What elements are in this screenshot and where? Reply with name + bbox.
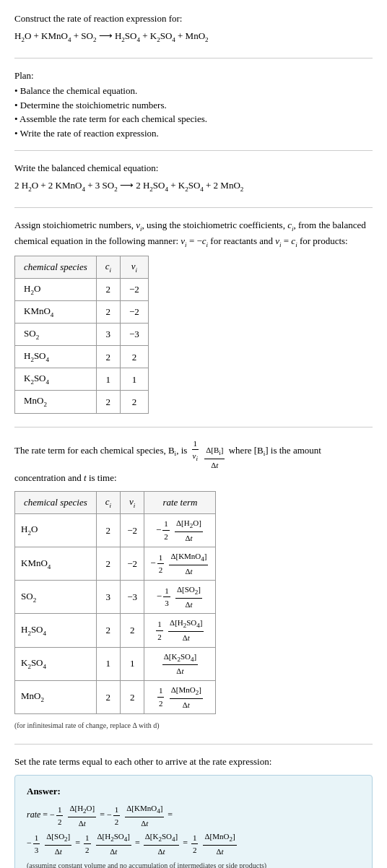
set-rate-title: Set the rate terms equal to each other t…: [14, 755, 373, 769]
vi-mno2: 2: [121, 391, 149, 413]
plan-title: Plan:: [14, 69, 373, 83]
rate-expression-line2: −13 Δ[SO2]Δt = 12 Δ[H2SO4]Δt = Δ[K2SO4]Δ…: [27, 830, 360, 857]
table-row: H2SO4 2 2: [15, 346, 149, 368]
table-row: KMnO4 2 −2 −12 Δ[KMnO4]Δt: [15, 547, 216, 581]
rt-species-h2o: H2O: [15, 513, 97, 547]
answer-label: Answer:: [27, 784, 360, 799]
rate-expression-line1: rate = −12 Δ[H2O]Δt = −12 Δ[KMnO4]Δt =: [27, 802, 360, 829]
species-so2: SO2: [15, 324, 97, 346]
divider-4: [14, 427, 373, 428]
rt-term-kmno4: −12 Δ[KMnO4]Δt: [144, 547, 216, 581]
rate-expression-section: Set the rate terms equal to each other t…: [14, 755, 373, 868]
plan-item-2: • Determine the stoichiometric numbers.: [14, 98, 373, 113]
construct-section: Construct the rate of reaction expressio…: [14, 12, 373, 45]
table-row: H2O 2 −2: [15, 278, 149, 300]
divider-1: [14, 58, 373, 58]
divider-3: [14, 207, 373, 208]
table-row: KMnO4 2 −2: [15, 301, 149, 324]
rt-vi-k2so4: 1: [121, 647, 144, 680]
ci-so2: 3: [96, 324, 120, 346]
rt-species-h2so4: H2SO4: [15, 614, 97, 647]
balanced-section: Write the balanced chemical equation: 2 …: [14, 161, 373, 194]
rate-term-intro: The rate term for each chemical species,…: [14, 438, 373, 485]
species-h2o: H2O: [15, 278, 97, 300]
rt-ci-h2so4: 2: [96, 614, 120, 647]
vi-h2so4: 2: [121, 346, 149, 368]
rate-term-section: The rate term for each chemical species,…: [14, 438, 373, 731]
balanced-title: Write the balanced chemical equation:: [14, 161, 373, 175]
divider-2: [14, 150, 373, 151]
rate-table: chemical species ci νi rate term H2O 2 −…: [14, 491, 216, 714]
rt-species-kmno4: KMnO4: [15, 547, 97, 581]
ci-h2o: 2: [96, 278, 120, 300]
table-row: SO2 3 −3: [15, 324, 149, 346]
stoich-section: Assign stoichiometric numbers, νi, using…: [14, 218, 373, 414]
ci-kmno4: 2: [96, 301, 120, 324]
rt-species-mno2: MnO2: [15, 680, 97, 713]
stoich-title: Assign stoichiometric numbers, νi, using…: [14, 218, 373, 250]
table-row: SO2 3 −3 −13 Δ[SO2]Δt: [15, 581, 216, 614]
table-row: MnO2 2 2 12 Δ[MnO2]Δt: [15, 680, 216, 713]
ci-h2so4: 2: [96, 346, 120, 368]
rt-term-mno2: 12 Δ[MnO2]Δt: [144, 680, 216, 713]
rt-ci-kmno4: 2: [96, 547, 120, 581]
rt-col-vi: νi: [121, 491, 144, 513]
balanced-reaction: 2 H2O + 2 KMnO4 + 3 SO2 ⟶ 2 H2SO4 + K2SO…: [14, 178, 373, 194]
rt-ci-h2o: 2: [96, 513, 120, 547]
rt-term-k2so4: Δ[K2SO4]Δt: [144, 647, 216, 680]
plan-section: Plan: • Balance the chemical equation. •…: [14, 69, 373, 141]
answer-footnote: (assuming constant volume and no accumul…: [27, 860, 360, 868]
ci-k2so4: 1: [96, 368, 120, 391]
unbalanced-reaction: H2O + KMnO4 + SO2 ⟶ H2SO4 + K2SO4 + MnO2: [14, 29, 373, 45]
rt-vi-h2o: −2: [121, 513, 144, 547]
vi-kmno4: −2: [121, 301, 149, 324]
species-k2so4: K2SO4: [15, 368, 97, 391]
construct-title: Construct the rate of reaction expressio…: [14, 12, 373, 26]
rt-species-k2so4: K2SO4: [15, 647, 97, 680]
species-h2so4: H2SO4: [15, 346, 97, 368]
vi-k2so4: 1: [121, 368, 149, 391]
species-kmno4: KMnO4: [15, 301, 97, 324]
rt-vi-so2: −3: [121, 581, 144, 614]
rt-vi-kmno4: −2: [121, 547, 144, 581]
table-row: K2SO4 1 1: [15, 368, 149, 391]
rt-species-so2: SO2: [15, 581, 97, 614]
col-header-ci: ci: [96, 256, 120, 278]
rt-ci-mno2: 2: [96, 680, 120, 713]
rt-vi-mno2: 2: [121, 680, 144, 713]
table-row: H2SO4 2 2 12 Δ[H2SO4]Δt: [15, 614, 216, 647]
footnote: (for infinitesimal rate of change, repla…: [14, 720, 373, 731]
rt-col-ci: ci: [96, 491, 120, 513]
rt-vi-h2so4: 2: [121, 614, 144, 647]
rt-term-so2: −13 Δ[SO2]Δt: [144, 581, 216, 614]
plan-item-3: • Assemble the rate term for each chemic…: [14, 112, 373, 126]
rt-term-h2o: −12 Δ[H2O]Δt: [144, 513, 216, 547]
answer-box: Answer: rate = −12 Δ[H2O]Δt = −12 Δ[KMnO…: [14, 775, 373, 868]
table-row: MnO2 2 2: [15, 391, 149, 413]
rt-ci-k2so4: 1: [96, 647, 120, 680]
table-row: K2SO4 1 1 Δ[K2SO4]Δt: [15, 647, 216, 680]
col-header-species: chemical species: [15, 256, 97, 278]
rt-col-species: chemical species: [15, 491, 97, 513]
rt-term-h2so4: 12 Δ[H2SO4]Δt: [144, 614, 216, 647]
ci-mno2: 2: [96, 391, 120, 413]
plan-item-1: • Balance the chemical equation.: [14, 84, 373, 98]
vi-so2: −3: [121, 324, 149, 346]
rt-col-rateterm: rate term: [144, 491, 216, 513]
page-container: Construct the rate of reaction expressio…: [14, 12, 373, 868]
table-row: H2O 2 −2 −12 Δ[H2O]Δt: [15, 513, 216, 547]
vi-h2o: −2: [121, 278, 149, 300]
col-header-vi: νi: [121, 256, 149, 278]
rt-ci-so2: 3: [96, 581, 120, 614]
stoich-table: chemical species ci νi H2O 2 −2 KMnO4 2 …: [14, 256, 149, 414]
species-mno2: MnO2: [15, 391, 97, 413]
plan-item-4: • Write the rate of reaction expression.: [14, 126, 373, 141]
divider-5: [14, 744, 373, 745]
